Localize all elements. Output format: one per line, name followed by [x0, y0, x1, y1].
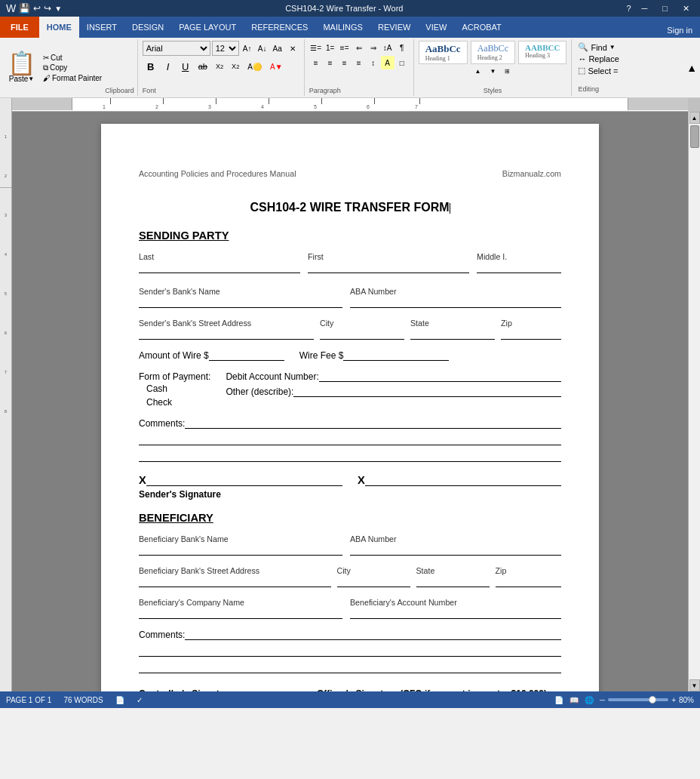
font-shrink-button[interactable]: A↓ [256, 42, 269, 55]
zip-line [501, 329, 561, 340]
border-button[interactable]: □ [395, 56, 409, 69]
shading-button[interactable]: A [381, 56, 395, 69]
view-reading-icon[interactable]: 📖 [570, 696, 579, 704]
close-button[interactable]: ✕ [678, 4, 694, 14]
style-heading1[interactable]: AaBbCc Heading 2 [471, 41, 515, 64]
tab-page-layout[interactable]: PAGE LAYOUT [171, 17, 244, 38]
view-web-icon[interactable]: 🌐 [585, 696, 594, 704]
zoom-out-button[interactable]: ─ [600, 696, 605, 704]
decrease-indent-button[interactable]: ⇐ [352, 41, 366, 54]
officer-sig-label: Officer's Signature (CFO if amount is gr… [317, 688, 561, 691]
tab-home[interactable]: HOME [39, 17, 79, 38]
payment-choices: Cash Check [139, 383, 210, 408]
bene-comment-line3 [139, 663, 561, 673]
sign-in-link[interactable]: Sign in [659, 23, 700, 38]
format-painter-button[interactable]: 🖌 Format Painter [43, 74, 102, 82]
doc-info-icon[interactable]: 📄 [115, 696, 124, 704]
comment-line2 [139, 435, 561, 445]
style-heading2[interactable]: AABBCC Heading 3 [518, 41, 566, 64]
text-highlight-button[interactable]: A🟡 [244, 60, 266, 73]
subscript-button[interactable]: X2 [212, 60, 227, 72]
underline-button[interactable]: U [177, 59, 194, 74]
city-line [320, 329, 404, 340]
first-field: First [308, 252, 477, 273]
quick-access-redo[interactable]: ↪ [44, 3, 51, 14]
sort-button[interactable]: ↕A [381, 41, 395, 54]
track-changes-icon[interactable]: ✓ [137, 696, 143, 704]
line-spacing-button[interactable]: ↕ [367, 56, 380, 69]
street-label: Sender's Bank's Street Address [139, 319, 320, 328]
scroll-down-button[interactable]: ▼ [689, 679, 700, 691]
font-size-select[interactable]: 12 [212, 41, 239, 56]
vertical-scrollbar[interactable]: ▲ ▼ [688, 112, 700, 691]
increase-indent-button[interactable]: ⇒ [367, 41, 380, 54]
strikethrough-button[interactable]: ab [195, 60, 211, 73]
superscript-button[interactable]: X2 [228, 60, 243, 72]
payment-label: Form of Payment: [139, 371, 210, 382]
zoom-thumb[interactable] [649, 696, 656, 704]
help-button[interactable]: ? [626, 4, 631, 13]
tab-mailings[interactable]: MAILINGS [315, 17, 370, 38]
controller-sig-row: Controller's Signature Officer's Signatu… [139, 688, 561, 691]
change-case-button[interactable]: Aa [271, 42, 284, 55]
clipboard-sub-buttons: ✂ Cut ⧉ Copy 🖌 Format Painter [40, 41, 105, 94]
maximize-button[interactable]: □ [658, 4, 672, 13]
zoom-in-button[interactable]: + [671, 696, 676, 704]
font-name-select[interactable]: Arial [143, 41, 210, 56]
doc-header: Accounting Policies and Procedures Manua… [139, 169, 561, 178]
other-label: Other (describe): [226, 386, 293, 397]
copy-icon: ⧉ [43, 63, 48, 72]
copy-button[interactable]: ⧉ Copy [43, 63, 102, 72]
paste-button[interactable]: 📋 Paste▼ [3, 41, 40, 94]
tab-design[interactable]: DESIGN [124, 17, 171, 38]
font-group-label: Font [143, 87, 299, 94]
cut-button[interactable]: ✂ Cut [43, 54, 102, 62]
quick-access-dropdown[interactable]: ▼ [54, 5, 62, 13]
clear-format-button[interactable]: ✕ [286, 42, 299, 55]
justify-button[interactable]: ≡ [352, 56, 366, 69]
tab-acrobat[interactable]: ACROBAT [454, 17, 508, 38]
debit-other: Debit Account Number: Other (describe): [226, 371, 561, 408]
multilevel-button[interactable]: ≡= [338, 41, 352, 54]
numbering-button[interactable]: 1= [324, 41, 337, 54]
ribbon-collapse-button[interactable]: ▲ [683, 39, 700, 96]
tab-file[interactable]: FILE [0, 17, 39, 38]
show-marks-button[interactable]: ¶ [395, 41, 409, 54]
tab-review[interactable]: REVIEW [370, 17, 418, 38]
font-color-button[interactable]: A▼ [266, 60, 287, 73]
zoom-slider[interactable] [608, 698, 668, 701]
tab-view[interactable]: VIEW [418, 17, 454, 38]
bold-button[interactable]: B [143, 59, 159, 74]
scroll-up-button[interactable]: ▲ [689, 112, 700, 124]
font-grow-button[interactable]: A↑ [241, 42, 254, 55]
minimize-button[interactable]: ─ [637, 4, 652, 13]
italic-button[interactable]: I [160, 59, 177, 74]
v-ruler-marks: 1 2 3 4 5 6 7 8 [0, 112, 11, 691]
document-scroll-area[interactable]: Accounting Policies and Procedures Manua… [12, 112, 688, 691]
styles-scroll-up[interactable]: ▲ [471, 66, 485, 77]
tab-references[interactable]: REFERENCES [244, 17, 315, 38]
zoom-control[interactable]: ─ + 80% [600, 696, 694, 704]
bullets-button[interactable]: ☰= [309, 41, 323, 54]
quick-access-save[interactable]: 💾 [19, 3, 30, 14]
find-button[interactable]: 🔍 Find ▼ [578, 42, 619, 52]
controller-sig-field: Controller's Signature [139, 688, 302, 691]
select-button[interactable]: ⬚ Select = [578, 66, 619, 75]
style-normal[interactable]: AaBbCc Heading 1 [419, 41, 468, 64]
quick-access-undo[interactable]: ↩ [33, 3, 41, 14]
title-bar: W 💾 ↩ ↪ ▼ CSH104-2 Wire Transfer - Word … [0, 0, 700, 17]
bene-company-label: Beneficiary's Company Name [139, 598, 350, 607]
replace-button[interactable]: ↔ Replace [578, 54, 619, 63]
align-left-button[interactable]: ≡ [309, 56, 323, 69]
state-line [410, 329, 495, 340]
debit-field: Debit Account Number: [226, 371, 561, 382]
styles-scroll-down[interactable]: ▼ [487, 66, 500, 77]
scroll-thumb[interactable] [690, 125, 699, 148]
styles-expand[interactable]: ⊞ [501, 66, 514, 77]
comment-line1 [185, 418, 561, 429]
align-right-button[interactable]: ≡ [338, 56, 352, 69]
tab-insert[interactable]: INSERT [79, 17, 124, 38]
align-center-button[interactable]: ≡ [324, 56, 337, 69]
view-normal-icon[interactable]: 📄 [554, 696, 563, 704]
bene-comment-line2 [139, 646, 561, 657]
